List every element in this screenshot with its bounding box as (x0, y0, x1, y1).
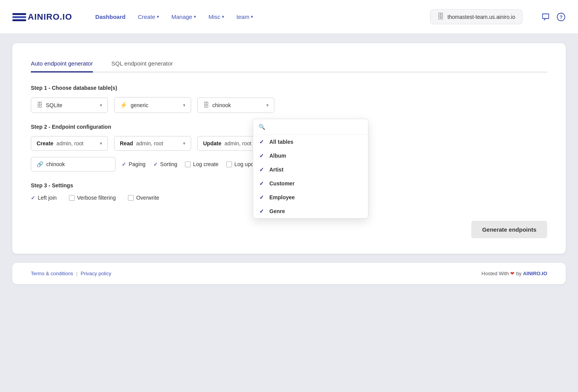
paging-check[interactable]: ✓ Paging (122, 161, 146, 167)
check-icon: ✓ (153, 161, 158, 167)
chevron-down-icon: ▾ (157, 14, 159, 19)
db-table-select[interactable]: 🗄 chinook ▾ (197, 98, 274, 113)
db-table-value: chinook (212, 102, 231, 108)
check-icon: ✓ (259, 139, 265, 145)
db-badge: 🗄 thomastest-team.us.ainiro.io (430, 9, 523, 24)
read-select[interactable]: Read admin, root ▾ (114, 136, 191, 151)
chevron-down-icon: ▾ (251, 14, 253, 19)
sorting-label: Sorting (160, 161, 177, 167)
sorting-check[interactable]: ✓ Sorting (153, 161, 177, 167)
db-type-value: SQLite (46, 102, 62, 108)
verbose-filtering-label: Verbose filtering (77, 195, 116, 201)
step1-section: Step 1 - Choose database table(s) 🗄 SQLi… (31, 85, 547, 113)
svg-rect-1 (12, 16, 26, 18)
chevron-down-icon: ▾ (100, 141, 102, 146)
overwrite-check[interactable]: Overwrite (128, 195, 159, 201)
connection-icon: ⚡ (120, 101, 128, 109)
dropdown-item-customer[interactable]: ✓ Customer (253, 177, 368, 190)
dropdown-item-artist[interactable]: ✓ Artist (253, 163, 368, 177)
log-create-label: Log create (193, 161, 218, 167)
create-label: Create (37, 140, 54, 146)
checkbox-icon (185, 162, 191, 167)
update-value: admin, root (224, 140, 251, 146)
verbose-filtering-check[interactable]: Verbose filtering (69, 195, 116, 201)
database-icon: 🗄 (203, 102, 209, 109)
dropdown-search-input[interactable] (268, 124, 363, 130)
db-name-select[interactable]: ⚡ generic ▾ (114, 97, 191, 113)
read-value: admin, root (136, 140, 163, 146)
logo-icon (12, 12, 26, 22)
left-join-check[interactable]: ✓ Left join (31, 195, 57, 201)
tabs: Auto endpoint generator SQL endpoint gen… (31, 56, 547, 72)
footer-right: Hosted With ❤ by AINIRO.IO (482, 271, 547, 276)
dropdown-item-album[interactable]: ✓ Album (253, 149, 368, 163)
nav-create[interactable]: Create ▾ (133, 10, 164, 23)
update-label: Update (203, 140, 221, 146)
url-input-box: 🔗 chinook (31, 157, 116, 172)
nav-misc[interactable]: Misc ▾ (204, 10, 229, 23)
check-icon: ✓ (259, 208, 265, 214)
checkbox-icon (69, 195, 75, 201)
help-button[interactable]: ? (556, 12, 566, 22)
logo: AINIRO.IO (12, 12, 72, 22)
chevron-down-icon: ▾ (222, 14, 224, 19)
step1-label: Step 1 - Choose database table(s) (31, 85, 547, 91)
selects-row: 🗄 SQLite ▾ ⚡ generic ▾ 🗄 chinook ▾ (31, 97, 547, 113)
paging-label: Paging (129, 161, 146, 167)
chat-icon (541, 12, 550, 22)
tab-sql-endpoint[interactable]: SQL endpoint generator (111, 56, 173, 72)
by-text: by (516, 271, 521, 276)
nav-dashboard[interactable]: Dashboard (91, 10, 130, 23)
nav-manage[interactable]: Manage ▾ (167, 10, 201, 23)
check-icon: ✓ (259, 194, 265, 200)
chevron-down-icon: ▾ (266, 103, 269, 108)
check-icon: ✓ (259, 180, 265, 187)
database-icon: 🗄 (37, 102, 43, 109)
generate-endpoints-button[interactable]: Generate endpoints (471, 221, 547, 238)
svg-rect-2 (12, 19, 26, 21)
overwrite-label: Overwrite (136, 195, 159, 201)
svg-text:?: ? (560, 14, 563, 20)
link-icon: 🔗 (37, 161, 43, 167)
chevron-down-icon: ▾ (100, 103, 102, 108)
dropdown-item-employee[interactable]: ✓ Employee (253, 190, 368, 204)
check-icon: ✓ (31, 195, 35, 201)
dropdown-item-all-tables[interactable]: ✓ All tables (253, 135, 368, 149)
chevron-down-icon: ▾ (194, 14, 196, 19)
search-icon: 🔍 (259, 124, 265, 130)
hosted-text: Hosted With (482, 271, 509, 276)
nav-icons: ? (541, 12, 566, 22)
left-join-label: Left join (38, 195, 57, 201)
terms-link[interactable]: Terms & conditions (31, 271, 73, 276)
logo-text: AINIRO.IO (28, 12, 72, 22)
navbar: AINIRO.IO Dashboard Create ▾ Manage ▾ Mi… (0, 0, 578, 34)
read-label: Read (120, 140, 133, 146)
nav-links: Dashboard Create ▾ Manage ▾ Misc ▾ team … (91, 10, 258, 23)
heart-icon: ❤ (510, 271, 514, 276)
log-create-check[interactable]: Log create (185, 161, 218, 167)
db-badge-text: thomastest-team.us.ainiro.io (447, 14, 515, 20)
nav-team[interactable]: team ▾ (232, 10, 258, 23)
url-input-value: chinook (46, 161, 65, 167)
footer: Terms & conditions | Privacy policy Host… (12, 263, 566, 284)
checkbox-icon (226, 162, 232, 167)
database-icon: 🗄 (437, 13, 444, 21)
main-card: Auto endpoint generator SQL endpoint gen… (12, 43, 566, 254)
chat-button[interactable] (541, 12, 550, 22)
check-icon: ✓ (122, 161, 126, 167)
chevron-down-icon: ▾ (183, 141, 185, 146)
create-select[interactable]: Create admin, root ▾ (31, 136, 108, 151)
help-icon: ? (556, 12, 566, 22)
db-name-value: generic (131, 102, 148, 108)
checkbox-icon (128, 195, 134, 201)
tab-auto-endpoint[interactable]: Auto endpoint generator (31, 56, 93, 72)
table-dropdown: 🔍 ✓ All tables ✓ Album ✓ Artist ✓ Cu (253, 119, 368, 219)
privacy-link[interactable]: Privacy policy (81, 271, 111, 276)
brand-text: AINIRO.IO (523, 271, 547, 276)
check-icon: ✓ (259, 153, 265, 159)
dropdown-search-row: 🔍 (253, 119, 368, 135)
footer-links: Terms & conditions | Privacy policy (31, 271, 111, 276)
chevron-down-icon: ▾ (183, 103, 185, 108)
dropdown-item-genre[interactable]: ✓ Genre (253, 204, 368, 218)
db-type-select[interactable]: 🗄 SQLite ▾ (31, 98, 108, 113)
